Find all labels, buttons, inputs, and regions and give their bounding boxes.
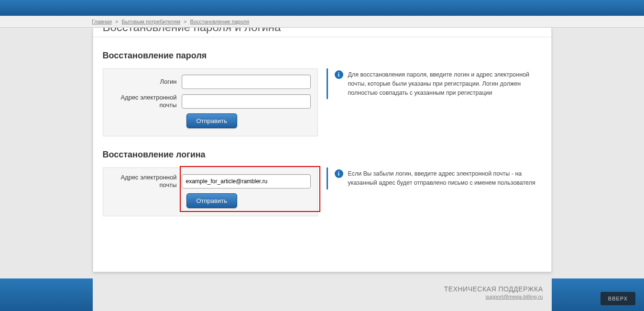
login-info-text: Если Вы забыли логин, введите адрес элек… (348, 169, 537, 188)
footer: ТЕХНИЧЕСКАЯ ПОДДЕРЖКА support@mega-billi… (0, 278, 644, 311)
password-info-box: i Для восстановления пароля, введите лог… (327, 68, 542, 99)
password-info-text: Для восстановления пароля, введите логин… (348, 70, 537, 97)
email-label: Адрес электронной почты (110, 94, 182, 109)
page-content: Восстановление пароля и логина Восстанов… (93, 28, 552, 272)
section-title-password: Восстановление пароля (93, 37, 551, 68)
footer-title: ТЕХНИЧЕСКАЯ ПОДДЕРЖКА (93, 285, 543, 293)
password-email-input[interactable] (182, 94, 311, 109)
password-recovery-form: Логин Адрес электронной почты Отправить (103, 68, 318, 136)
breadcrumb-item-recover[interactable]: Восстановление пароля (190, 19, 250, 24)
page-title: Восстановление пароля и логина (93, 28, 551, 37)
login-submit-button[interactable]: Отправить (186, 193, 237, 208)
info-icon: i (335, 169, 343, 178)
login-recovery-form: Адрес электронной почты Отправить (103, 167, 318, 216)
info-icon: i (335, 70, 343, 79)
scroll-top-button[interactable]: ВВЕРХ (600, 292, 635, 305)
breadcrumb-item-home[interactable]: Главная (92, 19, 112, 24)
login-input[interactable] (182, 75, 311, 89)
top-nav-bar (0, 0, 644, 16)
section-title-login: Восстановление логина (93, 136, 551, 167)
breadcrumb: Главная > Бытовым потребителям > Восстан… (0, 16, 644, 28)
login-label: Логин (110, 78, 182, 86)
support-email-link[interactable]: support@mega-billing.ru (485, 294, 543, 300)
login-info-box: i Если Вы забыли логин, введите адрес эл… (327, 167, 542, 189)
breadcrumb-sep: > (115, 19, 118, 24)
password-submit-button[interactable]: Отправить (186, 113, 237, 128)
breadcrumb-sep: > (184, 19, 186, 24)
breadcrumb-item-consumers[interactable]: Бытовым потребителям (121, 19, 180, 24)
login-email-label: Адрес электронной почты (110, 174, 182, 189)
login-email-input[interactable] (182, 174, 311, 189)
